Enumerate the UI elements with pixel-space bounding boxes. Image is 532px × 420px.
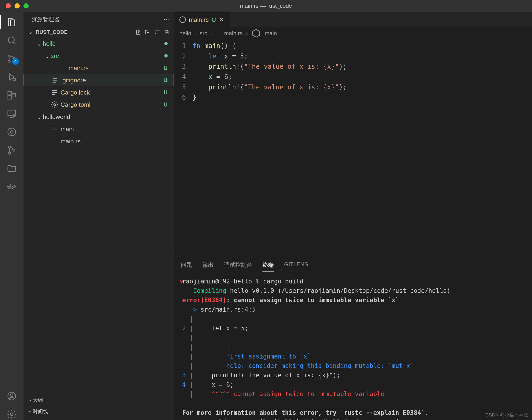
kill-terminal-icon[interactable]: ⊘ [180,277,183,286]
breadcrumb-item[interactable]: main.rs [224,30,243,37]
editor-area: main.rs U ✕ hello› src› main.rs› main 1f… [174,12,532,420]
minimize-window-icon[interactable] [15,3,20,8]
collapse-all-icon[interactable] [163,29,170,35]
git-status: U [164,65,168,71]
chevron-down-icon: ⌄ [28,29,33,35]
scm-badge: 4 [12,58,19,65]
tab-filename: main.rs [189,16,209,23]
sidebar-title: 资源管理器 [31,15,60,23]
breadcrumb[interactable]: hello› src› main.rs› main [174,27,532,39]
source-control-icon[interactable]: 4 [6,53,17,64]
tab-gitlens[interactable]: GITLENS [284,261,308,272]
activity-bar: 4 [0,12,23,420]
code-editor[interactable]: 1fn main() {2 let x = 5;3 println!("The … [174,39,532,256]
line-number: 6 [174,92,192,103]
tab-problems[interactable]: 问题 [181,261,192,272]
run-debug-icon[interactable] [6,71,17,83]
tree-file[interactable]: Cargo.lockU [23,86,174,99]
new-folder-icon[interactable] [145,29,151,35]
tab-terminal[interactable]: 终端 [263,261,274,272]
line-number: 5 [174,82,192,92]
remote-explorer-icon[interactable] [6,108,17,119]
line-number: 2 [174,51,192,61]
outline-section[interactable]: › 大纲 [23,395,174,406]
svg-point-4 [13,78,16,81]
tab-main-rs[interactable]: main.rs U ✕ [174,12,230,27]
rust-icon [179,16,186,23]
git-status: U [163,77,167,84]
tree-item-label: .gitignore [61,77,163,84]
chevron-right-icon: › [27,399,33,401]
tree-item-label: Cargo.toml [61,101,164,108]
git-graph-icon[interactable] [6,145,17,156]
tree-item-label: helloworld [43,113,168,120]
svg-point-2 [8,60,10,62]
chevron-down-icon: ⌄ [36,40,43,47]
tree-item-label: Cargo.lock [61,89,164,96]
maximize-window-icon[interactable] [23,3,29,8]
line-number: 4 [174,72,192,82]
panel-tabs: 问题 输出 调试控制台 终端 GITLENS [174,256,532,272]
gitlens-icon[interactable] [6,126,17,137]
folder-icon[interactable] [6,163,17,174]
git-status: U [164,101,168,108]
svg-rect-6 [8,96,12,99]
tree-folder[interactable]: ⌄hello [23,38,174,50]
search-icon[interactable] [6,35,17,46]
accounts-icon[interactable] [6,390,17,402]
svg-point-21 [11,413,13,416]
tab-git-status: U [212,16,216,23]
timeline-label: 时间线 [33,408,48,415]
sidebar-title-row: 资源管理器 ··· [23,12,174,27]
tree-folder[interactable]: ⌄src [23,50,174,62]
tree-item-label: main [61,125,168,133]
breadcrumb-item[interactable]: main [265,30,277,37]
outline-label: 大纲 [33,397,43,404]
tab-output[interactable]: 输出 [202,261,214,272]
svg-point-0 [8,37,14,43]
file-tree: ⌄hello⌄srcmain.rsU.gitignoreUCargo.lockU… [23,38,174,147]
terminal-output[interactable]: ⊘raojiamin@192 hello % cargo build Compi… [174,272,532,420]
line-number: 3 [174,61,192,72]
git-modified-dot [164,42,168,45]
sidebar-more-icon[interactable]: ··· [164,15,169,23]
svg-point-1 [8,55,10,57]
titlebar: main.rs — rust_code [0,0,532,12]
svg-point-20 [11,394,13,397]
close-tab-icon[interactable]: ✕ [219,16,224,24]
file-icon [51,87,59,98]
breadcrumb-item[interactable]: hello [179,30,191,37]
file-icon [51,124,59,134]
line-number: 1 [174,41,192,51]
close-window-icon[interactable] [6,3,11,8]
explorer-icon[interactable] [6,16,17,28]
svg-rect-8 [8,110,16,116]
svg-point-29 [54,104,56,106]
explorer-actions [135,29,170,35]
project-name: RUST_CODE [36,29,68,35]
docker-icon[interactable] [6,181,17,192]
timeline-section[interactable]: › 时间线 [23,406,174,417]
breadcrumb-item[interactable]: src [200,30,207,37]
chevron-down-icon: ⌄ [36,113,43,120]
tab-debug-console[interactable]: 调试控制台 [224,261,252,272]
tree-item-label: src [51,52,164,60]
tree-file[interactable]: main [23,123,174,135]
tree-folder[interactable]: ⌄helloworld [23,111,174,123]
tree-file[interactable]: main.rs [23,135,174,147]
extensions-icon[interactable] [6,90,17,101]
project-header[interactable]: ⌄ RUST_CODE [23,27,174,38]
new-file-icon[interactable] [135,29,141,35]
tree-item-label: main.rs [69,64,164,72]
git-status: U [164,89,168,96]
editor-tabs: main.rs U ✕ [174,12,532,27]
settings-icon[interactable] [6,409,17,420]
tree-file[interactable]: Cargo.tomlU [23,99,174,111]
svg-point-12 [8,146,11,148]
refresh-icon[interactable] [154,29,160,35]
window-controls [0,3,29,8]
symbol-icon [251,28,261,38]
tree-file[interactable]: main.rsU [23,62,174,74]
tree-file[interactable]: .gitignoreU [23,74,174,86]
file-icon [51,139,59,144]
